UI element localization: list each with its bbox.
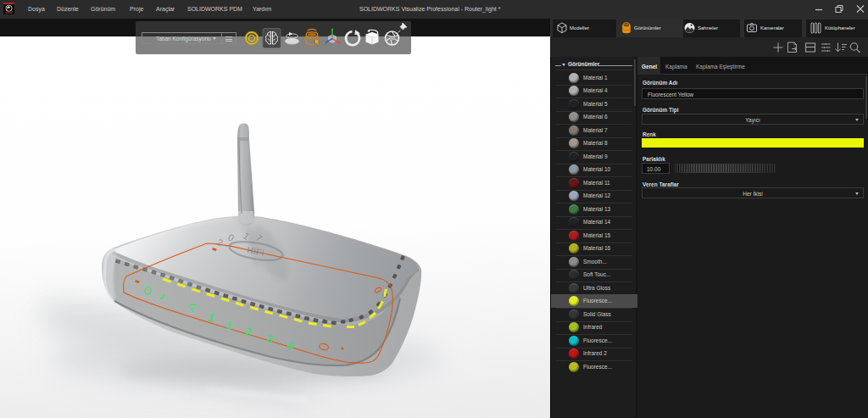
svg-text:DEEZ: DEEZ <box>5 11 12 14</box>
